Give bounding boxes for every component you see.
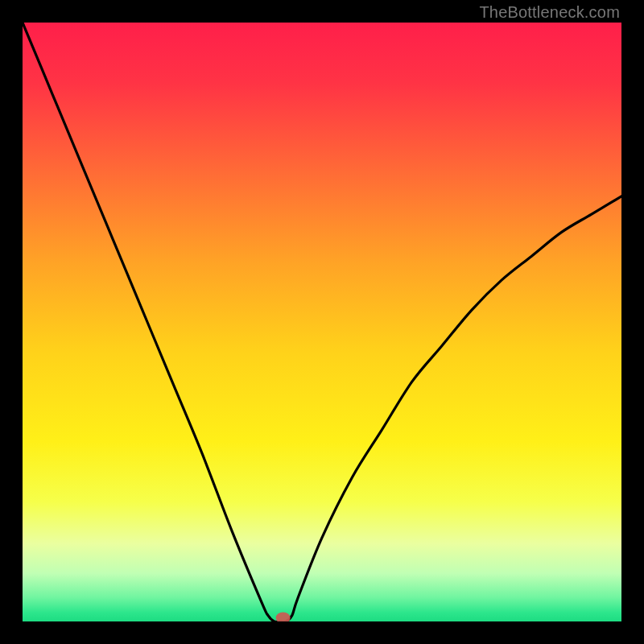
plot-area [23,23,621,621]
bottleneck-chart [23,23,621,621]
chart-frame: TheBottleneck.com [0,0,644,644]
attribution-watermark: TheBottleneck.com [479,3,620,22]
gradient-background [23,23,621,621]
